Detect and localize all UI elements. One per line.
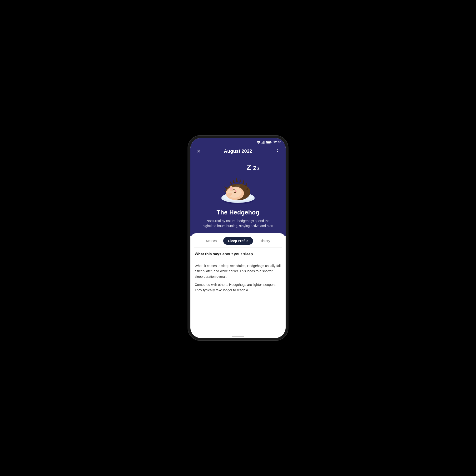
status-time: 12:30 — [273, 140, 281, 144]
svg-rect-3 — [263, 141, 264, 144]
app-header: ✕ August 2022 ⋮ — [190, 145, 286, 159]
signal-icon — [262, 141, 265, 144]
svg-marker-16 — [242, 180, 244, 184]
zzz-text: ZZz — [247, 164, 259, 171]
tab-bar: Metrics Sleep Profile History — [190, 233, 286, 248]
tab-sleep-profile[interactable]: Sleep Profile — [223, 237, 253, 245]
creature-title: The Hedgehog — [217, 209, 260, 216]
content-section: Metrics Sleep Profile History What this … — [190, 233, 286, 338]
svg-rect-1 — [262, 143, 262, 144]
section-title: What this says about your sleep — [195, 252, 281, 256]
svg-marker-13 — [233, 179, 235, 183]
battery-icon — [266, 141, 272, 144]
svg-rect-6 — [267, 142, 270, 143]
close-button[interactable]: ✕ — [195, 147, 202, 155]
z3: z — [257, 166, 259, 171]
svg-rect-7 — [271, 142, 271, 143]
menu-button[interactable]: ⋮ — [274, 147, 281, 155]
phone-screen: 12:30 ✕ August 2022 ⋮ ZZz — [190, 138, 286, 338]
tab-metrics[interactable]: Metrics — [201, 237, 221, 245]
svg-point-23 — [235, 190, 237, 192]
tab-history[interactable]: History — [255, 237, 275, 245]
wifi-icon — [257, 141, 261, 144]
creature-description: Nocturnal by nature, hedgehogs spend the… — [202, 219, 274, 228]
svg-rect-2 — [262, 142, 263, 144]
svg-marker-12 — [230, 181, 232, 185]
content-divider — [195, 260, 281, 260]
svg-point-0 — [258, 143, 259, 143]
svg-marker-15 — [239, 178, 241, 183]
header-title: August 2022 — [224, 149, 252, 154]
body-paragraph-2: Compared with others, Hedgehogs are ligh… — [195, 282, 281, 293]
svg-marker-14 — [236, 178, 238, 182]
svg-point-25 — [230, 187, 233, 190]
status-icons: 12:30 — [257, 140, 281, 144]
main-content: What this says about your sleep When it … — [190, 248, 286, 334]
handle-bar — [232, 336, 244, 337]
z2: Z — [253, 165, 256, 171]
hedgehog-illustration: ZZz — [212, 164, 264, 206]
body-paragraph-1: When it comes to sleep schedules, Hedgeh… — [195, 263, 281, 279]
svg-marker-19 — [224, 186, 227, 190]
hero-section: ZZz — [190, 159, 286, 236]
z1: Z — [247, 163, 251, 171]
phone-device: 12:30 ✕ August 2022 ⋮ ZZz — [188, 136, 288, 340]
bottom-handle — [190, 334, 286, 338]
status-bar: 12:30 — [190, 138, 286, 145]
svg-rect-4 — [264, 141, 265, 144]
